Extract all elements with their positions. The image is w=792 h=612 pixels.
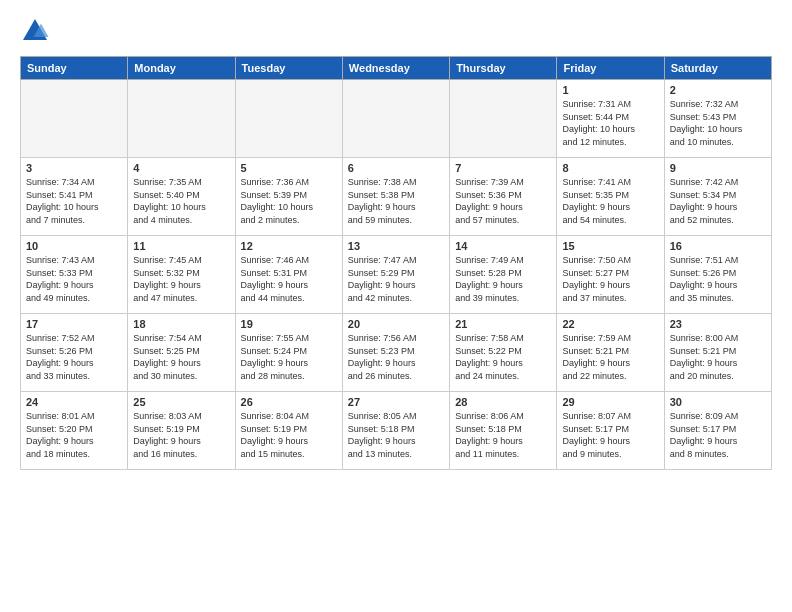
day-info: Sunrise: 8:01 AM Sunset: 5:20 PM Dayligh…	[26, 410, 122, 460]
calendar-cell: 12Sunrise: 7:46 AM Sunset: 5:31 PM Dayli…	[235, 236, 342, 314]
day-number: 14	[455, 240, 551, 252]
day-number: 1	[562, 84, 658, 96]
weekday-header-tuesday: Tuesday	[235, 57, 342, 80]
day-info: Sunrise: 7:45 AM Sunset: 5:32 PM Dayligh…	[133, 254, 229, 304]
calendar-cell: 6Sunrise: 7:38 AM Sunset: 5:38 PM Daylig…	[342, 158, 449, 236]
day-number: 7	[455, 162, 551, 174]
day-info: Sunrise: 8:09 AM Sunset: 5:17 PM Dayligh…	[670, 410, 766, 460]
day-info: Sunrise: 8:05 AM Sunset: 5:18 PM Dayligh…	[348, 410, 444, 460]
day-info: Sunrise: 7:32 AM Sunset: 5:43 PM Dayligh…	[670, 98, 766, 148]
day-info: Sunrise: 7:47 AM Sunset: 5:29 PM Dayligh…	[348, 254, 444, 304]
day-info: Sunrise: 7:58 AM Sunset: 5:22 PM Dayligh…	[455, 332, 551, 382]
day-number: 8	[562, 162, 658, 174]
day-number: 24	[26, 396, 122, 408]
calendar-cell	[342, 80, 449, 158]
day-number: 2	[670, 84, 766, 96]
day-info: Sunrise: 7:49 AM Sunset: 5:28 PM Dayligh…	[455, 254, 551, 304]
day-info: Sunrise: 7:52 AM Sunset: 5:26 PM Dayligh…	[26, 332, 122, 382]
day-info: Sunrise: 7:42 AM Sunset: 5:34 PM Dayligh…	[670, 176, 766, 226]
day-info: Sunrise: 7:41 AM Sunset: 5:35 PM Dayligh…	[562, 176, 658, 226]
calendar-cell: 14Sunrise: 7:49 AM Sunset: 5:28 PM Dayli…	[450, 236, 557, 314]
calendar-cell: 22Sunrise: 7:59 AM Sunset: 5:21 PM Dayli…	[557, 314, 664, 392]
header-area	[20, 16, 772, 46]
day-number: 4	[133, 162, 229, 174]
calendar-cell: 4Sunrise: 7:35 AM Sunset: 5:40 PM Daylig…	[128, 158, 235, 236]
day-number: 17	[26, 318, 122, 330]
calendar-cell: 7Sunrise: 7:39 AM Sunset: 5:36 PM Daylig…	[450, 158, 557, 236]
day-info: Sunrise: 8:06 AM Sunset: 5:18 PM Dayligh…	[455, 410, 551, 460]
day-number: 3	[26, 162, 122, 174]
day-info: Sunrise: 7:31 AM Sunset: 5:44 PM Dayligh…	[562, 98, 658, 148]
day-info: Sunrise: 7:54 AM Sunset: 5:25 PM Dayligh…	[133, 332, 229, 382]
day-number: 10	[26, 240, 122, 252]
calendar-cell: 10Sunrise: 7:43 AM Sunset: 5:33 PM Dayli…	[21, 236, 128, 314]
day-info: Sunrise: 8:03 AM Sunset: 5:19 PM Dayligh…	[133, 410, 229, 460]
calendar-cell	[450, 80, 557, 158]
calendar-cell: 13Sunrise: 7:47 AM Sunset: 5:29 PM Dayli…	[342, 236, 449, 314]
week-row-2: 3Sunrise: 7:34 AM Sunset: 5:41 PM Daylig…	[21, 158, 772, 236]
day-number: 16	[670, 240, 766, 252]
week-row-1: 1Sunrise: 7:31 AM Sunset: 5:44 PM Daylig…	[21, 80, 772, 158]
day-number: 19	[241, 318, 337, 330]
calendar-cell: 1Sunrise: 7:31 AM Sunset: 5:44 PM Daylig…	[557, 80, 664, 158]
calendar-cell: 18Sunrise: 7:54 AM Sunset: 5:25 PM Dayli…	[128, 314, 235, 392]
weekday-header-row: SundayMondayTuesdayWednesdayThursdayFrid…	[21, 57, 772, 80]
day-number: 25	[133, 396, 229, 408]
weekday-header-thursday: Thursday	[450, 57, 557, 80]
day-number: 11	[133, 240, 229, 252]
calendar-cell: 23Sunrise: 8:00 AM Sunset: 5:21 PM Dayli…	[664, 314, 771, 392]
weekday-header-monday: Monday	[128, 57, 235, 80]
day-number: 26	[241, 396, 337, 408]
day-number: 13	[348, 240, 444, 252]
calendar-cell: 5Sunrise: 7:36 AM Sunset: 5:39 PM Daylig…	[235, 158, 342, 236]
day-info: Sunrise: 7:38 AM Sunset: 5:38 PM Dayligh…	[348, 176, 444, 226]
day-info: Sunrise: 8:04 AM Sunset: 5:19 PM Dayligh…	[241, 410, 337, 460]
day-number: 20	[348, 318, 444, 330]
week-row-3: 10Sunrise: 7:43 AM Sunset: 5:33 PM Dayli…	[21, 236, 772, 314]
day-info: Sunrise: 7:50 AM Sunset: 5:27 PM Dayligh…	[562, 254, 658, 304]
day-info: Sunrise: 7:51 AM Sunset: 5:26 PM Dayligh…	[670, 254, 766, 304]
day-info: Sunrise: 7:35 AM Sunset: 5:40 PM Dayligh…	[133, 176, 229, 226]
weekday-header-saturday: Saturday	[664, 57, 771, 80]
day-info: Sunrise: 8:07 AM Sunset: 5:17 PM Dayligh…	[562, 410, 658, 460]
day-info: Sunrise: 7:43 AM Sunset: 5:33 PM Dayligh…	[26, 254, 122, 304]
day-number: 12	[241, 240, 337, 252]
calendar-cell: 11Sunrise: 7:45 AM Sunset: 5:32 PM Dayli…	[128, 236, 235, 314]
day-info: Sunrise: 7:55 AM Sunset: 5:24 PM Dayligh…	[241, 332, 337, 382]
weekday-header-friday: Friday	[557, 57, 664, 80]
day-info: Sunrise: 7:46 AM Sunset: 5:31 PM Dayligh…	[241, 254, 337, 304]
calendar-cell: 9Sunrise: 7:42 AM Sunset: 5:34 PM Daylig…	[664, 158, 771, 236]
day-number: 6	[348, 162, 444, 174]
week-row-5: 24Sunrise: 8:01 AM Sunset: 5:20 PM Dayli…	[21, 392, 772, 470]
calendar-cell: 28Sunrise: 8:06 AM Sunset: 5:18 PM Dayli…	[450, 392, 557, 470]
calendar-cell: 29Sunrise: 8:07 AM Sunset: 5:17 PM Dayli…	[557, 392, 664, 470]
day-number: 21	[455, 318, 551, 330]
calendar-cell	[235, 80, 342, 158]
logo-icon	[20, 16, 50, 46]
calendar-cell: 30Sunrise: 8:09 AM Sunset: 5:17 PM Dayli…	[664, 392, 771, 470]
calendar-cell: 19Sunrise: 7:55 AM Sunset: 5:24 PM Dayli…	[235, 314, 342, 392]
day-info: Sunrise: 7:36 AM Sunset: 5:39 PM Dayligh…	[241, 176, 337, 226]
day-number: 5	[241, 162, 337, 174]
weekday-header-wednesday: Wednesday	[342, 57, 449, 80]
calendar-cell: 24Sunrise: 8:01 AM Sunset: 5:20 PM Dayli…	[21, 392, 128, 470]
day-number: 23	[670, 318, 766, 330]
calendar-cell: 27Sunrise: 8:05 AM Sunset: 5:18 PM Dayli…	[342, 392, 449, 470]
calendar-cell	[21, 80, 128, 158]
calendar-cell: 26Sunrise: 8:04 AM Sunset: 5:19 PM Dayli…	[235, 392, 342, 470]
day-info: Sunrise: 8:00 AM Sunset: 5:21 PM Dayligh…	[670, 332, 766, 382]
logo	[20, 16, 54, 46]
day-number: 27	[348, 396, 444, 408]
day-number: 9	[670, 162, 766, 174]
calendar-cell: 25Sunrise: 8:03 AM Sunset: 5:19 PM Dayli…	[128, 392, 235, 470]
day-number: 28	[455, 396, 551, 408]
week-row-4: 17Sunrise: 7:52 AM Sunset: 5:26 PM Dayli…	[21, 314, 772, 392]
day-number: 18	[133, 318, 229, 330]
calendar-cell: 20Sunrise: 7:56 AM Sunset: 5:23 PM Dayli…	[342, 314, 449, 392]
day-info: Sunrise: 7:39 AM Sunset: 5:36 PM Dayligh…	[455, 176, 551, 226]
page: SundayMondayTuesdayWednesdayThursdayFrid…	[0, 0, 792, 612]
calendar-cell: 17Sunrise: 7:52 AM Sunset: 5:26 PM Dayli…	[21, 314, 128, 392]
day-number: 29	[562, 396, 658, 408]
day-number: 22	[562, 318, 658, 330]
calendar-cell: 21Sunrise: 7:58 AM Sunset: 5:22 PM Dayli…	[450, 314, 557, 392]
